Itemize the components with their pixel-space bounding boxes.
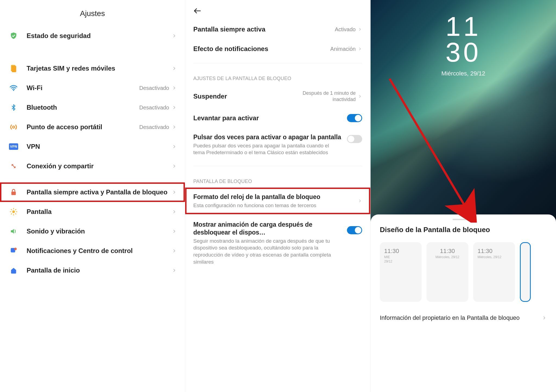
item-value: Animación: [330, 46, 356, 52]
wifi-icon: [9, 84, 18, 92]
chevron-right-icon: [172, 33, 177, 38]
item-suspend[interactable]: Suspender Después de 1 minuto de inactiv…: [185, 85, 370, 108]
option-time: 11:30: [384, 248, 417, 255]
item-sim[interactable]: Tarjetas SIM y redes móviles: [0, 59, 185, 78]
item-title: Pulsar dos veces para activar o apagar l…: [193, 133, 342, 141]
item-label: Conexión y compartir: [27, 162, 172, 170]
item-home[interactable]: Pantalla de inicio: [0, 261, 185, 280]
svg-line-11: [15, 214, 16, 214]
item-label: Tarjetas SIM y redes móviles: [27, 64, 172, 72]
svg-rect-4: [11, 192, 16, 195]
chevron-right-icon: [172, 125, 177, 129]
clock-option-2[interactable]: 11:30 Miércoles, 29/12: [427, 242, 468, 302]
item-label: Sonido y vibración: [27, 227, 172, 235]
sheet-title: Diseño de la Pantalla de bloqueo: [380, 226, 547, 234]
connection-icon: [9, 162, 18, 170]
clock-style-options: 11:30 MIE 29/12 11:30 Miércoles, 29/12 1…: [380, 242, 547, 302]
option-line2: 29/12: [384, 260, 417, 263]
svg-rect-1: [12, 66, 16, 72]
item-double-tap[interactable]: Pulsar dos veces para activar o apagar l…: [185, 128, 370, 162]
item-wifi[interactable]: Wi-Fi Desactivado: [0, 78, 185, 98]
item-title: Formato del reloj de la pantalla de bloq…: [193, 193, 352, 201]
item-label: Notificaciones y Centro de control: [27, 246, 172, 255]
item-value: Después de 1 minuto de inactividad: [301, 90, 356, 103]
chevron-right-icon: [172, 268, 177, 273]
sim-icon: [9, 64, 18, 73]
item-notifications[interactable]: Notificaciones y Centro de control: [0, 241, 185, 261]
option-line1: Miércoles, 29/12: [431, 255, 464, 259]
speaker-icon: [9, 227, 18, 236]
option-time: 11:30: [431, 248, 464, 255]
home-icon: [9, 266, 18, 275]
item-label: Wi-Fi: [27, 84, 139, 92]
item-status: Desactivado: [139, 85, 169, 91]
item-vpn[interactable]: VPN VPN: [0, 137, 185, 156]
item-connection-share[interactable]: Conexión y compartir: [0, 156, 185, 176]
chevron-right-icon: [172, 209, 177, 214]
settings-root-panel: Ajustes Estado de seguridad Tarjetas SIM…: [0, 0, 185, 392]
lock-icon: [9, 188, 18, 197]
item-label: VPN: [27, 142, 172, 151]
item-raise-wake[interactable]: Levantar para activar: [185, 108, 370, 128]
item-title: Levantar para activar: [193, 114, 347, 122]
bottom-sheet: Diseño de la Pantalla de bloqueo 11:30 M…: [371, 214, 556, 329]
clock-option-4[interactable]: [520, 242, 531, 302]
raise-toggle[interactable]: [347, 114, 362, 122]
item-bluetooth[interactable]: Bluetooth Desactivado: [0, 98, 185, 117]
item-title: Suspender: [193, 92, 301, 100]
item-label: Pantalla de inicio: [27, 266, 172, 274]
item-title: Efecto de notificaciones: [193, 45, 330, 53]
item-label: Bluetooth: [27, 103, 139, 112]
sun-icon: [9, 207, 18, 216]
arrow-left-icon: [193, 8, 201, 14]
item-value: Activado: [335, 26, 356, 33]
item-clock-format[interactable]: Formato del reloj de la pantalla de bloq…: [185, 188, 370, 214]
option-line1: Miércoles, 29/12: [478, 255, 511, 259]
svg-point-3: [12, 126, 15, 128]
item-status: Desactivado: [139, 124, 169, 130]
charging-toggle[interactable]: [347, 226, 362, 234]
lockscreen-preview: 11 30 Miércoles, 29/12: [371, 0, 556, 223]
item-label: Punto de acceso portátil: [27, 123, 139, 131]
annotation-arrow: [387, 76, 485, 223]
item-subtitle: Seguir mostrando la animación de carga d…: [193, 238, 342, 265]
item-title: Pantalla siempre activa: [193, 25, 335, 33]
item-hotspot[interactable]: Punto de acceso portátil Desactivado: [0, 117, 185, 137]
chevron-right-icon: [358, 47, 362, 51]
shield-icon: [9, 31, 18, 40]
clock-format-panel: 11 30 Miércoles, 29/12 Diseño de la Pant…: [371, 0, 556, 392]
svg-point-2: [13, 90, 14, 91]
svg-line-16: [390, 79, 468, 212]
notifications-icon: [9, 246, 18, 255]
item-display[interactable]: Pantalla: [0, 202, 185, 222]
chevron-right-icon: [172, 105, 177, 110]
item-title: Mostrar animación de carga después de de…: [193, 221, 342, 236]
item-always-on[interactable]: Pantalla siempre activa Activado: [185, 20, 370, 39]
vpn-icon: VPN: [9, 142, 18, 151]
option-line1: MIE: [384, 255, 417, 259]
item-sound[interactable]: Sonido y vibración: [0, 222, 185, 241]
clock-option-3[interactable]: 11:30 Miércoles, 29/12: [473, 242, 515, 302]
page-title: Ajustes: [0, 0, 185, 26]
chevron-right-icon: [172, 164, 177, 169]
clock-option-1[interactable]: 11:30 MIE 29/12: [380, 242, 422, 302]
clock-hour: 11: [441, 14, 485, 39]
hotspot-icon: [9, 123, 18, 131]
chevron-right-icon: [358, 27, 362, 31]
section-header: PANTALLA DE BLOQUEO: [185, 170, 370, 188]
item-aod-lockscreen[interactable]: Pantalla siempre activa y Pantalla de bl…: [0, 182, 185, 202]
chevron-right-icon: [172, 229, 177, 234]
chevron-right-icon: [542, 315, 547, 320]
item-subtitle: Puedes pulsar dos veces para apagar la p…: [193, 142, 342, 156]
item-notif-effect[interactable]: Efecto de notificaciones Animación: [185, 39, 370, 59]
double-tap-toggle[interactable]: [347, 135, 362, 143]
item-owner-info[interactable]: Información del propietario en la Pantal…: [380, 313, 547, 323]
svg-point-15: [14, 248, 17, 250]
item-charging-anim[interactable]: Mostrar animación de carga después de de…: [185, 214, 370, 271]
back-button[interactable]: [185, 0, 370, 20]
chevron-right-icon: [358, 94, 362, 99]
item-status: Desactivado: [139, 105, 169, 111]
chevron-right-icon: [358, 199, 362, 203]
item-label: Pantalla: [27, 207, 172, 216]
item-security-status[interactable]: Estado de seguridad: [0, 26, 185, 46]
